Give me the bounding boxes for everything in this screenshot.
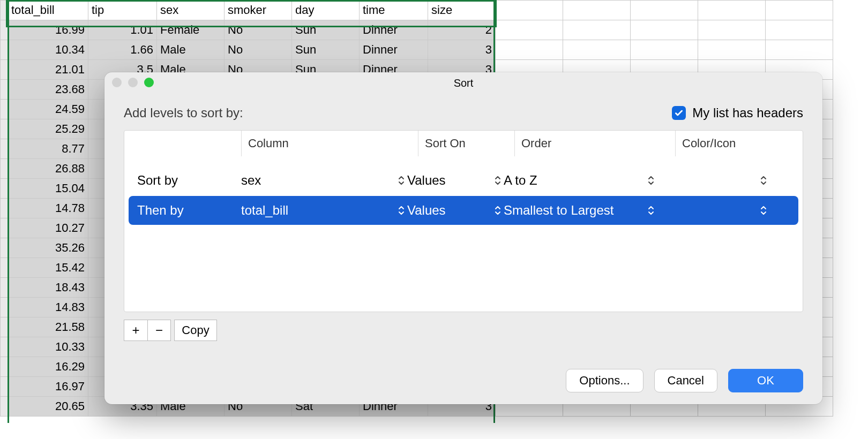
instruction-label: Add levels to sort by: xyxy=(124,105,243,120)
column-header[interactable]: time xyxy=(360,1,428,20)
cell[interactable]: 8.77 xyxy=(8,139,88,159)
cell[interactable]: 1.01 xyxy=(88,20,157,40)
col-header-column: Column xyxy=(241,131,418,156)
cell[interactable] xyxy=(496,40,563,60)
cell[interactable]: 16.99 xyxy=(8,20,88,40)
sort-level-row[interactable]: Sort bysexValuesA to Z xyxy=(124,166,803,195)
cell[interactable]: 10.27 xyxy=(8,218,88,238)
cell[interactable] xyxy=(631,20,698,40)
cancel-button[interactable]: Cancel xyxy=(654,369,717,392)
sorton-select[interactable]: Values xyxy=(407,173,504,188)
cell[interactable] xyxy=(766,20,833,40)
cell[interactable]: 23.68 xyxy=(8,80,88,100)
add-level-button[interactable]: + xyxy=(124,320,147,341)
chevron-up-down-icon[interactable] xyxy=(647,204,657,217)
sort-dialog: Sort Add levels to sort by: My list has … xyxy=(104,72,822,404)
cell[interactable]: No xyxy=(225,40,292,60)
cell[interactable]: 15.04 xyxy=(8,179,88,199)
cell[interactable]: 2 xyxy=(428,20,496,40)
sort-levels-panel: Column Sort On Order Color/Icon Sort bys… xyxy=(124,130,803,312)
cell[interactable]: 3 xyxy=(428,40,496,60)
dialog-title: Sort xyxy=(454,77,474,89)
cell[interactable] xyxy=(563,20,631,40)
chevron-up-down-icon[interactable] xyxy=(494,204,504,217)
minimize-icon[interactable] xyxy=(128,78,138,87)
coloricon-select[interactable] xyxy=(657,204,769,217)
level-label: Then by xyxy=(133,203,241,218)
cell[interactable] xyxy=(496,20,563,40)
cell[interactable] xyxy=(766,1,833,20)
cell[interactable]: Female xyxy=(157,20,225,40)
column-header[interactable]: smoker xyxy=(225,1,292,20)
chevron-up-down-icon[interactable] xyxy=(760,204,769,217)
cell[interactable]: 10.34 xyxy=(8,40,88,60)
cell[interactable]: No xyxy=(225,20,292,40)
chevron-up-down-icon[interactable] xyxy=(398,174,407,187)
cell[interactable]: 15.42 xyxy=(8,258,88,278)
cell[interactable] xyxy=(563,40,631,60)
cell[interactable]: 24.59 xyxy=(8,100,88,119)
cell[interactable]: 16.29 xyxy=(8,357,88,377)
cell[interactable] xyxy=(631,1,698,20)
cell[interactable]: Dinner xyxy=(360,40,428,60)
ok-button[interactable]: OK xyxy=(728,369,803,392)
cell[interactable]: Sun xyxy=(292,40,360,60)
cell[interactable]: 14.83 xyxy=(8,298,88,317)
column-select[interactable]: sex xyxy=(241,173,407,188)
cell[interactable]: 10.33 xyxy=(8,337,88,357)
column-header[interactable]: size xyxy=(428,1,496,20)
headers-checkbox-label: My list has headers xyxy=(692,105,803,120)
col-header-coloricon: Color/Icon xyxy=(675,131,803,156)
cell[interactable]: 21.01 xyxy=(8,60,88,80)
cell[interactable]: 1.66 xyxy=(88,40,157,60)
checkmark-icon xyxy=(672,106,686,120)
cell[interactable]: Dinner xyxy=(360,20,428,40)
cell[interactable]: 26.88 xyxy=(8,159,88,179)
cell[interactable]: 20.65 xyxy=(8,397,88,417)
column-header[interactable]: sex xyxy=(157,1,225,20)
coloricon-select[interactable] xyxy=(657,174,769,187)
options-button[interactable]: Options... xyxy=(566,369,643,392)
col-header-sorton: Sort On xyxy=(418,131,514,156)
copy-level-button[interactable]: Copy xyxy=(174,320,217,341)
column-header[interactable]: tip xyxy=(88,1,157,20)
dialog-titlebar: Sort xyxy=(104,72,822,94)
cell[interactable]: 25.29 xyxy=(8,119,88,139)
column-header[interactable]: day xyxy=(292,1,360,20)
order-select[interactable]: A to Z xyxy=(504,173,657,188)
order-select[interactable]: Smallest to Largest xyxy=(504,203,657,218)
remove-level-button[interactable]: − xyxy=(147,320,171,341)
level-label: Sort by xyxy=(133,173,241,188)
close-icon[interactable] xyxy=(112,78,122,87)
cell[interactable]: 21.58 xyxy=(8,317,88,337)
sort-level-row[interactable]: Then bytotal_billValuesSmallest to Large… xyxy=(129,196,798,225)
cell[interactable]: 18.43 xyxy=(8,278,88,298)
headers-checkbox[interactable]: My list has headers xyxy=(672,105,803,120)
cell[interactable] xyxy=(631,40,698,60)
cell[interactable] xyxy=(698,20,766,40)
chevron-up-down-icon[interactable] xyxy=(494,174,504,187)
column-header[interactable]: total_bill xyxy=(8,1,88,20)
sorton-select[interactable]: Values xyxy=(407,203,504,218)
cell[interactable]: 14.78 xyxy=(8,199,88,218)
cell[interactable] xyxy=(766,40,833,60)
cell[interactable] xyxy=(698,1,766,20)
cell[interactable] xyxy=(698,40,766,60)
col-header-order: Order xyxy=(514,131,675,156)
zoom-icon[interactable] xyxy=(144,78,154,87)
cell[interactable]: 16.97 xyxy=(8,377,88,397)
chevron-up-down-icon[interactable] xyxy=(398,204,407,217)
chevron-up-down-icon[interactable] xyxy=(647,174,657,187)
cell[interactable]: Male xyxy=(157,40,225,60)
cell[interactable] xyxy=(563,1,631,20)
chevron-up-down-icon[interactable] xyxy=(760,174,769,187)
sort-levels-header: Column Sort On Order Color/Icon xyxy=(124,131,803,156)
cell[interactable]: 35.26 xyxy=(8,238,88,258)
cell[interactable] xyxy=(496,1,563,20)
column-select[interactable]: total_bill xyxy=(241,203,407,218)
cell[interactable]: Sun xyxy=(292,20,360,40)
